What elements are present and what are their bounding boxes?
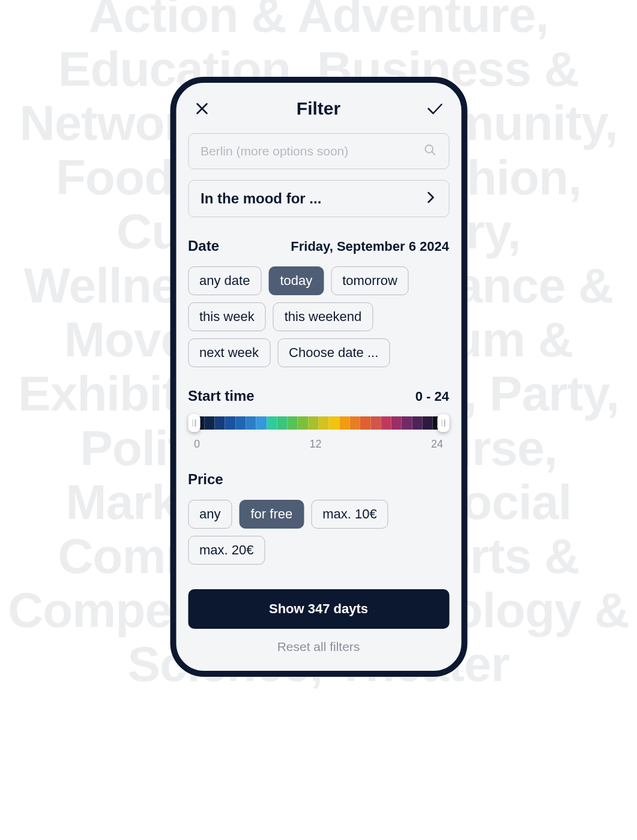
price-chip-3[interactable]: max. 20€ [188,536,265,565]
date-chip-4[interactable]: this weekend [273,302,373,331]
show-results-button[interactable]: Show 347 dayts [188,589,449,629]
confirm-icon[interactable] [425,98,445,119]
slider-ticks: 0 12 24 [194,438,443,451]
tick-24: 24 [431,438,443,451]
date-chip-5[interactable]: next week [188,338,270,367]
start-time-section-header: Start time 0 - 24 [188,388,449,404]
start-time-slider[interactable] [188,416,449,430]
tick-12: 12 [309,438,321,451]
price-section-header: Price [188,471,449,488]
price-label: Price [188,471,223,488]
svg-point-2 [425,145,433,153]
mood-label: In the mood for ... [201,190,321,207]
mood-selector[interactable]: In the mood for ... [188,180,449,217]
slider-handle-left[interactable] [188,414,200,432]
slider-track [194,416,443,430]
modal-content: Berlin (more options soon) In the mood f… [176,127,461,577]
modal-footer: Show 347 dayts Reset all filters [176,577,461,671]
start-time-value: 0 - 24 [415,389,449,404]
price-chip-2[interactable]: max. 10€ [311,500,388,529]
date-label: Date [188,238,219,254]
date-chip-2[interactable]: tomorrow [331,266,409,295]
svg-line-3 [432,152,435,155]
location-input: Berlin (more options soon) [188,133,449,169]
modal-header: Filter [176,83,461,127]
date-chips: any datetodaytomorrowthis weekthis weeke… [188,266,449,367]
date-chip-1[interactable]: today [268,266,324,295]
modal-title: Filter [297,98,340,119]
price-chips: anyfor freemax. 10€max. 20€ [188,500,449,565]
date-chip-3[interactable]: this week [188,302,266,331]
slider-handle-right[interactable] [437,414,449,432]
tick-0: 0 [194,438,200,451]
close-icon[interactable] [192,98,212,119]
chevron-right-icon [424,190,436,207]
price-chip-1[interactable]: for free [239,500,304,529]
date-chip-6[interactable]: Choose date ... [277,338,390,367]
date-chip-0[interactable]: any date [188,266,261,295]
date-section-header: Date Friday, September 6 2024 [188,238,449,254]
reset-filters-button[interactable]: Reset all filters [188,629,449,656]
location-placeholder: Berlin (more options soon) [201,144,348,158]
search-icon [423,143,436,159]
phone-frame: Filter Berlin (more options soon) In the… [170,77,467,677]
start-time-label: Start time [188,388,255,404]
date-value: Friday, September 6 2024 [291,239,449,254]
price-chip-0[interactable]: any [188,500,232,529]
